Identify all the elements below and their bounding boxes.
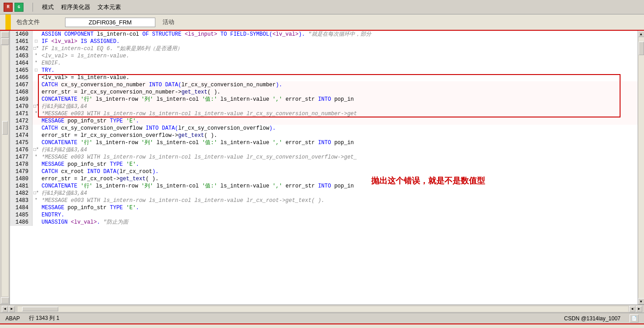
code-area: 抛出这个错误，就是不是数值型 1460 ASSIGN COMPONENT ls_… — [10, 31, 638, 305]
toolbar-separator — [33, 3, 33, 12]
status-lang: ABAP — [5, 315, 20, 322]
table-row: 1465 □ TRY. — [10, 67, 638, 74]
nav-right-arrow[interactable]: ► — [9, 306, 15, 312]
h-scroll-thumb[interactable] — [22, 307, 58, 311]
table-row: 1475 CONCATENATE '行' ls_intern-row '列' l… — [10, 139, 638, 146]
table-row: 1469 CONCATENATE '行' ls_intern-row '列' l… — [10, 96, 638, 103]
bottom-tab-label: · · · — [308, 325, 336, 328]
status-csdn: CSDN @1314lay_1007 — [564, 315, 621, 322]
scroll-left-left[interactable] — [1, 32, 9, 38]
table-row: 1461 □ IF <lv_val> IS ASSIGNED. — [10, 38, 638, 45]
table-row: 1471 * *MESSAGE e003 WITH ls_intern-row … — [10, 110, 638, 117]
table-row: 1467 CATCH cx_sy_conversion_no_number IN… — [10, 81, 638, 89]
table-row: 1476 □* 行&1列&2值&3,&4 — [10, 146, 638, 154]
nav-left-arrow[interactable]: ◄ — [2, 306, 8, 312]
scroll-left-down[interactable] — [1, 297, 9, 304]
left-scroll-track — [2, 46, 8, 296]
table-row: 1480 error_str = lr_cx_root->get_text( )… — [10, 175, 638, 183]
file-bar: 包含文件 ZDFIR036_FRM 活动 — [0, 14, 644, 31]
toolbar-icons: R G — [4, 3, 23, 12]
status-bar: ABAP 行 1343 列 1 CSDN @1314lay_1007 📄 — [0, 313, 644, 323]
scroll-down-btn[interactable]: ▼ — [638, 298, 644, 305]
main-area: 抛出这个错误，就是不是数值型 1460 ASSIGN COMPONENT ls_… — [0, 31, 644, 305]
scroll-track — [638, 37, 644, 298]
icon-green[interactable]: G — [14, 3, 23, 12]
annotation-text: 抛出这个错误，就是不是数值型 — [371, 175, 485, 186]
table-row: 1473 CATCH cx_sy_conversion_overflow INT… — [10, 125, 638, 132]
table-row: 1485 ENDTRY. — [10, 211, 638, 219]
table-row: 1463 * <lv_val> = ls_intern-value. — [10, 52, 638, 60]
scroll-up-btn[interactable]: ▲ — [638, 31, 644, 37]
status-label: 活动 — [163, 18, 174, 26]
bottom-tab: · · · — [0, 323, 644, 328]
h-scroll-track — [18, 306, 628, 312]
icon-red[interactable]: R — [4, 3, 13, 12]
table-row: 1478 MESSAGE pop_info_str TYPE 'E'. — [10, 161, 638, 168]
table-row: 1486 UNASSIGN <lv_val>. "防止为面 — [10, 219, 638, 226]
table-row: 1474 error_str = lr_cx_sy_conversion_ove… — [10, 132, 638, 139]
table-row: 1484 MESSAGE pop_info_str TYPE 'E'. — [10, 204, 638, 211]
table-row: 1460 ASSIGN COMPONENT ls_intern-col OF S… — [10, 31, 638, 38]
file-name: ZDFIR036_FRM — [65, 18, 155, 27]
menu-beautifier[interactable]: 程序美化器 — [61, 3, 90, 11]
table-row: 1482 □* 行&1列&2值&3,&4 — [10, 190, 638, 197]
include-label: 包含文件 — [16, 18, 40, 26]
menu-mode[interactable]: 模式 — [42, 3, 54, 11]
code-lines: 1460 ASSIGN COMPONENT ls_intern-col OF S… — [10, 31, 638, 226]
h-nav-arrows: ◄ ► — [0, 306, 15, 312]
table-row: 1481 CONCATENATE '行' ls_intern-row '列' l… — [10, 183, 638, 190]
file-bar-marker — [5, 14, 11, 30]
scroll-thumb[interactable] — [639, 42, 644, 55]
table-row: 1470 □* 行&1列&2值&3,&4 — [10, 103, 638, 110]
table-row: 1462 □* IF ls_intern-col EQ 6. "如果是第6列（是… — [10, 45, 638, 52]
scroll-right-btn[interactable]: ► — [636, 306, 642, 312]
table-row: 1483 * *MESSAGE e003 WITH ls_intern-row … — [10, 197, 638, 204]
h-scrollbar-area: ◄ ► ◄ ► — [0, 305, 644, 313]
h-end-arrows: ◄ ► — [629, 306, 644, 312]
left-scroll-thumb[interactable] — [2, 121, 8, 135]
table-row: 1472 MESSAGE pop_info_str TYPE 'E'. — [10, 117, 638, 125]
table-row: 1464 * ENDIF. — [10, 60, 638, 67]
left-gutter — [0, 31, 10, 305]
table-row: 1468 error_str = lr_cx_sy_conversion_no_… — [10, 89, 638, 96]
vertical-scrollbar: ▲ ▼ — [638, 31, 644, 305]
table-row: 1479 CATCH cx_root INTO DATA(lr_cx_root)… — [10, 168, 638, 175]
scroll-left-btn[interactable]: ◄ — [629, 306, 635, 312]
table-row: 1466 <lv_val> = ls_intern-value. — [10, 74, 638, 81]
toolbar-menu: 模式 程序美化器 文本元素 — [42, 3, 121, 11]
status-row: 行 1343 列 1 — [29, 314, 59, 322]
page-icon[interactable]: 📄 — [630, 314, 639, 323]
toolbar: R G 模式 程序美化器 文本元素 — [0, 0, 644, 14]
table-row: 1477 * *MESSAGE e003 WITH ls_intern-row … — [10, 154, 638, 161]
scroll-left-right[interactable] — [1, 38, 9, 45]
menu-text-elements[interactable]: 文本元素 — [98, 3, 121, 11]
